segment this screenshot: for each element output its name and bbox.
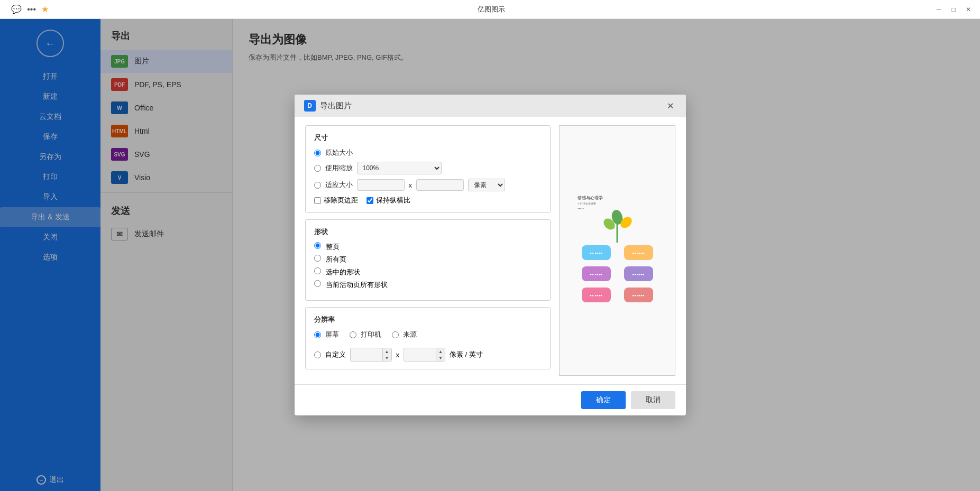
maximize-button[interactable]: □ [948, 4, 959, 15]
export-dialog: D 导出图片 ✕ 尺寸 原始大小 使用缩放 [295, 95, 686, 415]
chat-icon[interactable]: 💬 [11, 4, 22, 14]
original-size-radio[interactable] [314, 150, 321, 156]
svg-text:●● ●●●●: ●● ●●●● [590, 273, 602, 276]
size-section: 尺寸 原始大小 使用缩放 100% 50% 75% 150% 2 [305, 125, 551, 213]
original-size-row: 原始大小 [314, 148, 542, 158]
more-icon[interactable]: ••• [27, 5, 36, 14]
current-active-radio[interactable] [314, 280, 321, 287]
printer-radio[interactable] [350, 331, 356, 338]
custom-unit-label: 像素 / 英寸 [450, 350, 483, 359]
close-button[interactable]: ✕ [963, 4, 974, 15]
source-res-label: 来源 [392, 330, 417, 339]
app-title: 亿图图示 [49, 5, 933, 14]
scale-row: 使用缩放 100% 50% 75% 150% 200% [314, 162, 542, 174]
margin-ratio-row: 移除页边距 保持纵横比 [314, 196, 542, 205]
selected-row: 选中的形状 [314, 267, 542, 277]
custom-label: 自定义 [325, 350, 346, 359]
svg-text:●● ●●●●: ●● ●●●● [632, 294, 645, 297]
modal-form: 尺寸 原始大小 使用缩放 100% 50% 75% 150% 2 [305, 125, 551, 376]
source-label: 来源 [403, 330, 417, 339]
modal-header: D 导出图片 ✕ [295, 95, 686, 117]
custom-x-input[interactable]: 96 [351, 349, 382, 360]
custom-y-input[interactable]: 96 [404, 349, 436, 360]
whole-page-radio[interactable] [314, 242, 321, 249]
res-options-row: 屏幕 打印机 来源 [314, 330, 542, 344]
svg-text:●● ●●●●: ●● ●●●● [590, 294, 602, 297]
modal-title: 导出图片 [320, 101, 661, 111]
screen-radio[interactable] [314, 331, 321, 338]
keep-ratio-label: 保持纵横比 [376, 196, 410, 205]
remove-margin-item: 移除页边距 [314, 196, 358, 205]
svg-text:●● ●●●●: ●● ●●●● [632, 273, 645, 276]
all-pages-radio[interactable] [314, 255, 321, 262]
fit-size-label: 适应大小 [325, 180, 353, 190]
modal-header-icon: D [304, 100, 316, 112]
height-input[interactable]: 793.701 [416, 179, 464, 191]
all-pages-label: 所有页 [326, 255, 346, 263]
custom-radio[interactable] [314, 351, 321, 358]
scale-radio[interactable] [314, 165, 321, 172]
scale-select[interactable]: 100% 50% 75% 150% 200% [357, 162, 442, 174]
original-size-label: 原始大小 [325, 148, 353, 158]
screen-label: 屏幕 [325, 330, 339, 339]
printer-res-label: 打印机 [350, 330, 381, 339]
selected-label: 选中的形状 [326, 268, 360, 276]
all-pages-row: 所有页 [314, 255, 542, 264]
printer-label: 打印机 [361, 330, 381, 339]
modal-body: 尺寸 原始大小 使用缩放 100% 50% 75% 150% 2 [295, 117, 686, 384]
custom-x-spinner: 96 ▲ ▼ [350, 348, 392, 362]
remove-margin-label: 移除页边距 [324, 196, 358, 205]
fit-size-row: 适应大小 1122.52 x 793.701 像素 英寸 厘米 [314, 179, 542, 191]
custom-y-up[interactable]: ▲ [436, 348, 445, 355]
minimize-button[interactable]: ─ [933, 4, 944, 15]
svg-text:●● ●●●●: ●● ●●●● [632, 252, 645, 255]
source-radio[interactable] [392, 331, 399, 338]
titlebar: 💬 ••• ★ 亿图图示 ─ □ ✕ [0, 0, 980, 19]
size-section-title: 尺寸 [314, 133, 542, 143]
shape-section: 形状 整页 所有页 选中的形状 当前活动页所 [305, 219, 551, 301]
current-active-label: 当前活动页所有形状 [326, 281, 388, 289]
custom-y-spinner: 96 ▲ ▼ [404, 348, 445, 362]
custom-x-up[interactable]: ▲ [383, 348, 391, 355]
keep-ratio-checkbox[interactable] [367, 197, 373, 204]
whole-page-row: 整页 [314, 242, 542, 252]
modal-footer: 确定 取消 [295, 384, 686, 415]
width-input[interactable]: 1122.52 [357, 179, 405, 191]
custom-x-separator: x [396, 351, 400, 359]
unit-select[interactable]: 像素 英寸 厘米 [468, 179, 505, 191]
custom-x-down[interactable]: ▼ [383, 355, 391, 361]
current-active-row: 当前活动页所有形状 [314, 280, 542, 290]
scale-label: 使用缩放 [325, 163, 353, 173]
cancel-button[interactable]: 取消 [631, 391, 675, 409]
preview-panel: 情感与心理学 小红书文章摘要 ●●●●● ●● ●●●● [559, 125, 675, 376]
modal-overlay: D 导出图片 ✕ 尺寸 原始大小 使用缩放 [0, 19, 980, 491]
resolution-title: 分辨率 [314, 315, 542, 325]
shape-section-title: 形状 [314, 227, 542, 237]
whole-page-label: 整页 [326, 243, 340, 251]
selected-radio[interactable] [314, 267, 321, 274]
preview-content: 情感与心理学 小红书文章摘要 ●●●●● ●● ●●●● [560, 126, 675, 375]
svg-text:●●●●●: ●●●●● [578, 207, 584, 210]
svg-text:小红书文章摘要: 小红书文章摘要 [578, 202, 596, 205]
custom-res-row: 自定义 96 ▲ ▼ x 96 ▲ [314, 348, 542, 362]
screen-res-label: 屏幕 [314, 330, 339, 339]
dimension-x: x [409, 181, 413, 189]
confirm-button[interactable]: 确定 [581, 391, 626, 409]
fit-size-radio[interactable] [314, 182, 321, 189]
svg-text:情感与心理学: 情感与心理学 [577, 196, 603, 200]
modal-close-button[interactable]: ✕ [665, 100, 676, 112]
preview-svg: 情感与心理学 小红书文章摘要 ●●●●● ●● ●●●● [567, 190, 667, 311]
custom-y-down[interactable]: ▼ [436, 355, 445, 361]
keep-ratio-item: 保持纵横比 [367, 196, 410, 205]
resolution-section: 分辨率 屏幕 打印机 来源 [305, 307, 551, 369]
svg-text:●● ●●●●: ●● ●●●● [590, 252, 602, 255]
star-icon[interactable]: ★ [41, 4, 49, 14]
remove-margin-checkbox[interactable] [314, 197, 321, 204]
